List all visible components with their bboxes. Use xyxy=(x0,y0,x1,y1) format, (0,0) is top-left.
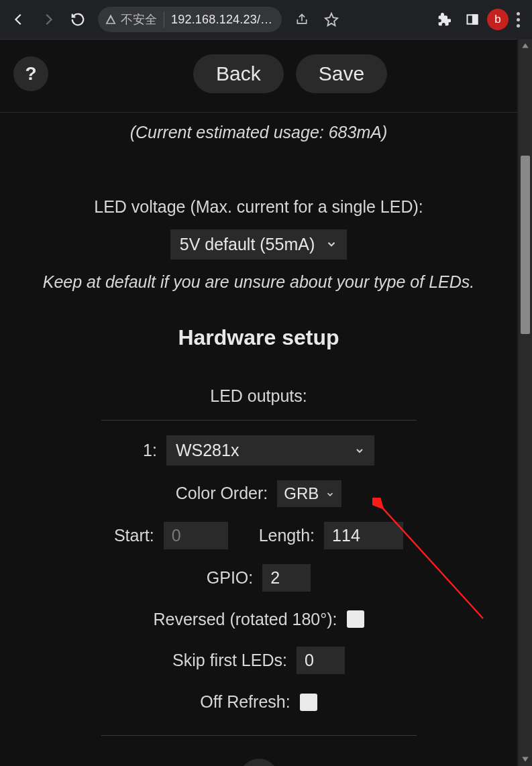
panel-icon[interactable] xyxy=(459,6,486,33)
skip-label: Skip first LEDs: xyxy=(172,647,287,673)
skip-row: Skip first LEDs: xyxy=(11,647,507,674)
estimated-usage-text: (Current estimated usage: 683mA) xyxy=(11,119,507,146)
hardware-setup-heading: Hardware setup xyxy=(11,321,507,355)
content-area: (Current estimated usage: 683mA) LED vol… xyxy=(0,113,517,766)
length-input[interactable] xyxy=(324,522,403,549)
reversed-label: Reversed (rotated 180°): xyxy=(153,606,337,633)
back-button[interactable]: Back xyxy=(193,54,284,93)
led-voltage-label: LED voltage (Max. current for a single L… xyxy=(11,194,507,220)
led-outputs-label: LED outputs: xyxy=(11,383,507,409)
row-index-label: 1: xyxy=(143,437,157,463)
viewport: ? Back Save (Current estimated usage: 68… xyxy=(0,39,532,766)
led-type-row: 1: WS281x xyxy=(11,435,507,466)
svg-rect-1 xyxy=(473,15,478,23)
page-body: ? Back Save (Current estimated usage: 68… xyxy=(0,39,517,766)
color-order-label: Color Order: xyxy=(176,480,268,506)
start-input[interactable] xyxy=(164,522,228,549)
scrollbar-thumb[interactable] xyxy=(521,156,530,334)
color-order-row: Color Order: GRB xyxy=(11,480,507,507)
url-text: 192.168.124.23/… xyxy=(171,13,272,27)
browser-toolbar: 不安全 192.168.124.23/… b xyxy=(0,0,532,39)
led-chip-value: WS281x xyxy=(176,441,239,460)
profile-avatar[interactable]: b xyxy=(487,9,509,30)
voltage-hint-text: Keep at default if you are unsure about … xyxy=(11,269,507,295)
off-refresh-label: Off Refresh: xyxy=(200,689,290,715)
separator xyxy=(101,735,417,736)
separator xyxy=(101,420,417,421)
length-label: Length: xyxy=(259,523,315,549)
reload-icon[interactable] xyxy=(64,6,91,33)
chevron-down-icon xyxy=(325,484,335,503)
insecure-label: 不安全 xyxy=(121,11,157,28)
back-icon[interactable] xyxy=(5,6,32,33)
off-refresh-checkbox[interactable] xyxy=(300,694,317,711)
save-button[interactable]: Save xyxy=(296,54,387,93)
off-refresh-row: Off Refresh: xyxy=(11,689,507,715)
led-voltage-select[interactable]: 5V default (55mA) xyxy=(170,229,348,260)
reversed-checkbox[interactable] xyxy=(347,610,364,628)
start-length-row: Start: Length: xyxy=(11,522,507,549)
reversed-row: Reversed (rotated 180°): xyxy=(11,606,507,633)
scroll-up-icon[interactable] xyxy=(521,42,529,50)
start-label: Start: xyxy=(114,523,154,549)
color-order-select[interactable]: GRB xyxy=(277,480,341,507)
chevron-down-icon xyxy=(354,441,365,460)
color-order-value: GRB xyxy=(284,484,319,503)
chevron-down-icon xyxy=(325,235,337,254)
page-toolbar: ? Back Save xyxy=(0,40,517,113)
led-chip-select[interactable]: WS281x xyxy=(166,435,374,466)
led-voltage-value: 5V default (55mA) xyxy=(180,235,315,254)
skip-input[interactable] xyxy=(297,647,345,674)
forward-icon[interactable] xyxy=(35,6,62,33)
gpio-row: GPIO: xyxy=(11,564,507,592)
help-button[interactable]: ? xyxy=(13,56,48,91)
bookmark-star-icon[interactable] xyxy=(318,6,345,33)
scroll-down-icon[interactable] xyxy=(521,755,529,763)
kebab-menu-icon[interactable] xyxy=(510,12,527,28)
insecure-badge: 不安全 xyxy=(105,11,164,28)
gpio-input[interactable] xyxy=(262,564,311,592)
address-bar[interactable]: 不安全 192.168.124.23/… xyxy=(98,7,282,32)
extensions-icon[interactable] xyxy=(431,6,458,33)
add-output-button[interactable]: + xyxy=(240,759,278,766)
gpio-label: GPIO: xyxy=(207,565,253,591)
scrollbar-track[interactable] xyxy=(519,39,532,766)
share-icon[interactable] xyxy=(288,6,315,33)
